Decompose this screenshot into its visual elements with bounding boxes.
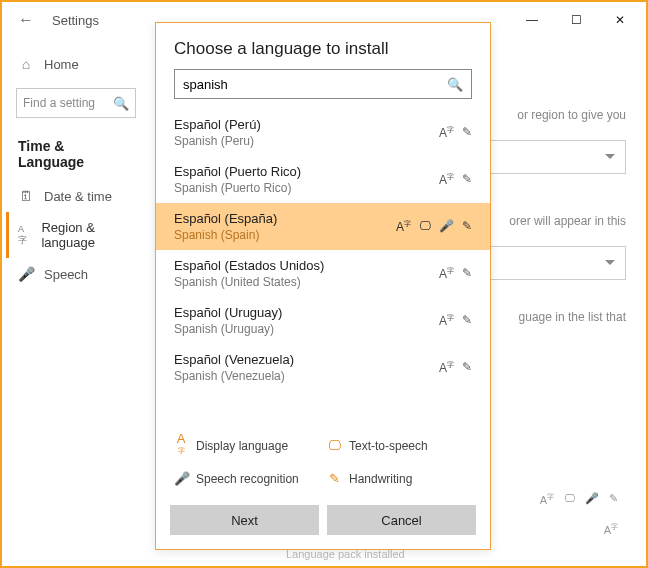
language-feature-icons: A字🖵🎤✎ bbox=[392, 219, 472, 234]
sidebar-item-label: Speech bbox=[44, 267, 88, 282]
language-feature-icons: A字✎ bbox=[392, 313, 472, 328]
speech-icon: 🎤 bbox=[174, 471, 188, 486]
sidebar: ⌂ Home Find a setting 🔍 Time & Language … bbox=[2, 38, 146, 566]
sidebar-item-label: Region & language bbox=[41, 220, 134, 250]
handwriting-icon: ✎ bbox=[462, 266, 472, 281]
language-item[interactable]: Español (España)Spanish (Spain)A字🖵🎤✎ bbox=[156, 203, 490, 250]
display-language-icon: A字 bbox=[540, 492, 554, 506]
language-item[interactable]: Español (Venezuela)Spanish (Venezuela)A字… bbox=[156, 344, 490, 391]
dialog-title: Choose a language to install bbox=[156, 23, 490, 69]
language-english-name: Spanish (United States) bbox=[174, 275, 392, 289]
close-button[interactable]: ✕ bbox=[598, 5, 642, 35]
legend-tts: 🖵Text-to-speech bbox=[323, 426, 476, 466]
language-english-name: Spanish (Uruguay) bbox=[174, 322, 392, 336]
calendar-icon: 🗓 bbox=[18, 188, 34, 204]
language-search-input[interactable] bbox=[183, 77, 447, 92]
handwriting-icon: ✎ bbox=[462, 219, 472, 234]
language-native-name: Español (España) bbox=[174, 211, 392, 226]
speech-icon: 🎤 bbox=[585, 492, 599, 506]
language-item[interactable]: Español (Perú)Spanish (Peru)A字✎ bbox=[156, 109, 490, 156]
display-language-icon: A字 bbox=[439, 360, 454, 375]
cancel-button[interactable]: Cancel bbox=[327, 505, 476, 535]
feature-icons-row: A字 🖵 🎤 ✎ bbox=[540, 492, 618, 506]
home-label: Home bbox=[44, 57, 79, 72]
home-icon: ⌂ bbox=[18, 56, 34, 72]
handwriting-icon: ✎ bbox=[462, 313, 472, 328]
language-native-name: Español (Perú) bbox=[174, 117, 392, 132]
find-setting-placeholder: Find a setting bbox=[23, 96, 113, 110]
maximize-button[interactable]: ☐ bbox=[554, 5, 598, 35]
microphone-icon: 🎤 bbox=[18, 266, 34, 282]
sidebar-item-label: Date & time bbox=[44, 189, 112, 204]
display-language-icon: A字 bbox=[439, 125, 454, 140]
legend-handwriting: ✎Handwriting bbox=[323, 466, 476, 491]
tts-icon: 🖵 bbox=[419, 219, 431, 234]
window-title: Settings bbox=[52, 13, 99, 28]
next-button[interactable]: Next bbox=[170, 505, 319, 535]
feature-legend: A字Display language 🖵Text-to-speech 🎤Spee… bbox=[156, 420, 490, 497]
legend-speech: 🎤Speech recognition bbox=[170, 466, 323, 491]
language-feature-icons: A字✎ bbox=[392, 266, 472, 281]
language-native-name: Español (Venezuela) bbox=[174, 352, 392, 367]
display-language-icon: A字 bbox=[439, 266, 454, 281]
legend-display-language: A字Display language bbox=[170, 426, 323, 466]
find-setting-input[interactable]: Find a setting 🔍 bbox=[16, 88, 136, 118]
back-button[interactable]: ← bbox=[12, 6, 40, 34]
tts-icon: 🖵 bbox=[327, 438, 341, 453]
handwriting-icon: ✎ bbox=[462, 125, 472, 140]
window-controls: — ☐ ✕ bbox=[510, 5, 642, 35]
language-native-name: Español (Estados Unidos) bbox=[174, 258, 392, 273]
sidebar-item-speech[interactable]: 🎤 Speech bbox=[6, 258, 146, 290]
display-language-icon: A字 bbox=[174, 431, 188, 461]
language-feature-icons: A字✎ bbox=[392, 172, 472, 187]
sidebar-item-region-language[interactable]: A字 Region & language bbox=[6, 212, 146, 258]
install-language-dialog: Choose a language to install 🔍 Español (… bbox=[155, 22, 491, 550]
language-native-name: Español (Puerto Rico) bbox=[174, 164, 392, 179]
language-feature-icons: A字✎ bbox=[392, 360, 472, 375]
language-feature-icons: A字✎ bbox=[392, 125, 472, 140]
handwriting-icon: ✎ bbox=[609, 492, 618, 506]
handwriting-icon: ✎ bbox=[327, 471, 341, 486]
sidebar-section: Time & Language bbox=[6, 132, 146, 180]
language-item[interactable]: Español (Estados Unidos)Spanish (United … bbox=[156, 250, 490, 297]
language-native-name: Español (Uruguay) bbox=[174, 305, 392, 320]
speech-icon: 🎤 bbox=[439, 219, 454, 234]
tts-icon: 🖵 bbox=[564, 492, 575, 506]
language-item[interactable]: Español (Uruguay)Spanish (Uruguay)A字✎ bbox=[156, 297, 490, 344]
language-item[interactable]: Español (Puerto Rico)Spanish (Puerto Ric… bbox=[156, 156, 490, 203]
dialog-buttons: Next Cancel bbox=[156, 497, 490, 549]
language-icon: A字 bbox=[18, 227, 31, 243]
settings-window: ← Settings — ☐ ✕ ⌂ Home Find a setting 🔍… bbox=[0, 0, 648, 568]
sidebar-home[interactable]: ⌂ Home bbox=[6, 48, 146, 80]
handwriting-icon: ✎ bbox=[462, 360, 472, 375]
sidebar-item-date-time[interactable]: 🗓 Date & time bbox=[6, 180, 146, 212]
language-search[interactable]: 🔍 bbox=[174, 69, 472, 99]
display-language-icon: A字 bbox=[439, 313, 454, 328]
language-english-name: Spanish (Spain) bbox=[174, 228, 392, 242]
language-english-name: Spanish (Puerto Rico) bbox=[174, 181, 392, 195]
handwriting-icon: ✎ bbox=[462, 172, 472, 187]
display-language-icon: A字 bbox=[396, 219, 411, 234]
display-language-icon: A字 bbox=[439, 172, 454, 187]
search-icon: 🔍 bbox=[447, 77, 463, 92]
display-language-icon: A字 bbox=[604, 522, 618, 536]
language-list: Español (Perú)Spanish (Peru)A字✎Español (… bbox=[156, 109, 490, 420]
language-english-name: Spanish (Peru) bbox=[174, 134, 392, 148]
language-english-name: Spanish (Venezuela) bbox=[174, 369, 392, 383]
minimize-button[interactable]: — bbox=[510, 5, 554, 35]
search-icon: 🔍 bbox=[113, 96, 129, 111]
